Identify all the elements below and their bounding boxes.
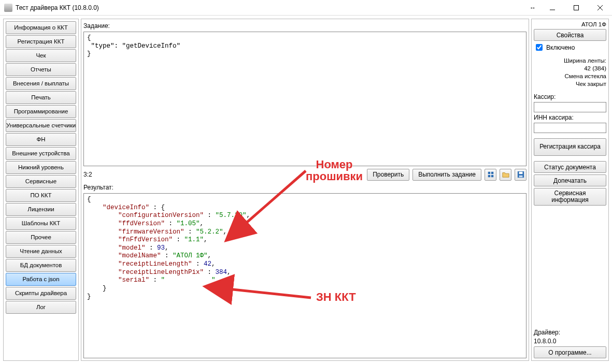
doc-status-button[interactable]: Статус документа [534,161,606,173]
window-title: Тест драйвера ККТ (10.8.0.0) [16,4,99,11]
app-icon [4,4,12,12]
nav-item[interactable]: Шаблоны ККТ [6,217,76,230]
nav-item[interactable]: Регистрация ККТ [6,35,76,48]
reprint-button[interactable]: Допечатать [534,174,606,186]
receipt-status: Чек закрыт [534,81,606,87]
center-panel: Задание: { "type": "getDeviceInfo" } 3:2… [81,19,529,361]
nav-item[interactable]: Чек [6,49,76,62]
nav-item[interactable]: Лог [6,301,76,314]
svg-rect-9 [519,172,522,174]
cashier-label: Кассир: [534,93,606,100]
maximize-button[interactable] [564,0,588,16]
cashier-inn-input[interactable] [534,123,606,133]
run-task-button[interactable]: Выполнить задание [412,169,481,181]
close-button[interactable] [588,0,612,16]
svg-rect-10 [519,176,522,178]
driver-version: 10.8.0.0 [534,338,606,345]
tape-width-label: Ширина ленты: [534,57,606,64]
nav-item[interactable]: Печать [6,91,76,104]
cashier-inn-label: ИНН кассира: [534,114,606,121]
nav-item[interactable]: ПО ККТ [6,189,76,202]
svg-rect-4 [488,172,490,174]
nav-item[interactable]: Отчеты [6,63,76,76]
register-cashier-button[interactable]: Регистрация кассира [534,138,606,156]
shift-status: Смена истекла [534,73,606,79]
enabled-checkbox-row[interactable]: Включено [534,42,606,52]
service-info-button[interactable]: Сервисная информация [534,188,606,206]
nav-item[interactable]: Информация о ККТ [6,21,76,34]
nav-item[interactable]: Работа с json [6,273,76,286]
settings-icon-button[interactable] [485,169,496,181]
save-icon-button[interactable] [515,169,526,181]
svg-rect-7 [491,175,493,177]
result-output[interactable]: { "deviceInfo" : { "configurationVersion… [83,193,526,358]
task-input[interactable]: { "type": "getDeviceInfo" } [83,32,526,166]
nav-item[interactable]: Прочее [6,231,76,244]
left-nav: Информация о ККТРегистрация ККТЧекОтчеты… [3,19,79,361]
svg-rect-6 [488,175,490,177]
open-folder-icon-button[interactable] [500,169,511,181]
nav-item[interactable]: Программирование [6,105,76,118]
minimize-button[interactable] [540,0,564,16]
nav-item[interactable]: БД документов [6,259,76,272]
properties-button[interactable]: Свойства [534,29,606,41]
nav-item[interactable]: Нижний уровень [6,161,76,174]
titlebar: Тест драйвера ККТ (10.8.0.0) ↔ [0,0,612,16]
check-button[interactable]: Проверить [367,169,409,181]
tape-width-value: 42 (384) [534,65,606,71]
nav-item[interactable]: Лицензии [6,203,76,216]
result-label: Результат: [83,183,526,192]
enabled-checkbox[interactable] [536,44,543,51]
device-model: АТОЛ 1Ф [534,21,606,27]
task-label: Задание: [83,21,526,31]
nav-item[interactable]: ФН [6,133,76,146]
about-button[interactable]: О программе... [534,346,606,358]
cashier-input[interactable] [534,102,606,112]
driver-label: Драйвер: [534,329,606,336]
right-panel: АТОЛ 1Ф Свойства Включено Ширина ленты: … [531,19,609,361]
cursor-position: 3:2 [83,171,94,178]
nav-item[interactable]: Чтение данных [6,245,76,258]
nav-item[interactable]: Внешние устройства [6,147,76,160]
nav-item[interactable]: Универсальные счетчики [6,119,76,132]
nav-item[interactable]: Сервисные [6,175,76,188]
svg-rect-5 [491,172,493,174]
nav-item[interactable]: Скрипты драйвера [6,287,76,300]
nav-item[interactable]: Внесения / выплаты [6,77,76,90]
resize-horiz-icon: ↔ [525,4,540,11]
enabled-label: Включено [546,44,575,51]
svg-rect-1 [574,5,579,10]
